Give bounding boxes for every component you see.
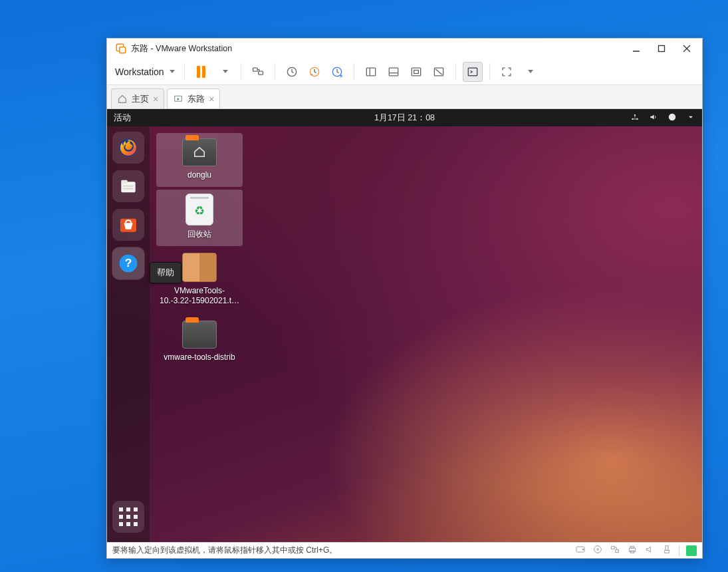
clock-label[interactable]: 1月17日 21：08	[374, 112, 435, 124]
tab-home-label: 主页	[132, 93, 149, 105]
ubuntu-dock: ?	[107, 126, 150, 542]
sound-icon[interactable]	[649, 112, 658, 124]
status-sound-icon[interactable]	[644, 544, 655, 557]
svg-point-35	[582, 549, 584, 550]
system-menu-chevron-icon[interactable]	[686, 112, 695, 124]
tab-vm[interactable]: 东路 ×	[167, 88, 220, 108]
tab-close-icon[interactable]: ×	[209, 94, 214, 104]
svg-rect-1	[120, 47, 126, 53]
svg-rect-39	[616, 550, 619, 553]
svg-point-23	[634, 114, 636, 115]
status-usb-icon[interactable]	[662, 544, 672, 557]
svg-line-18	[435, 69, 442, 74]
view-stretch-button[interactable]	[406, 62, 426, 82]
guest-display[interactable]: 活动 1月17日 21：08 ?	[107, 109, 702, 542]
desktop-icon-vmtools-archive[interactable]: VMwareTools-10.-3.22-15902021.t…	[156, 249, 243, 313]
window-title: 东路 - VMware Workstation	[131, 43, 625, 55]
home-icon	[117, 94, 128, 104]
desktop-icon-label: 回收站	[159, 229, 240, 239]
svg-point-37	[597, 549, 599, 551]
dock-software[interactable]	[112, 209, 144, 241]
desktop-icon-label: donglu	[159, 170, 240, 180]
snapshot-take-button[interactable]	[282, 62, 302, 82]
status-disk-icon[interactable]	[575, 544, 586, 557]
svg-rect-16	[414, 70, 418, 73]
fullscreen-dropdown[interactable]	[519, 62, 539, 82]
activities-button[interactable]: 活动	[114, 112, 131, 124]
workstation-menu[interactable]: Workstation	[112, 64, 178, 80]
svg-point-22	[636, 118, 638, 119]
svg-point-21	[632, 118, 633, 119]
send-ctrl-alt-del-button[interactable]	[248, 62, 268, 82]
status-message-icon[interactable]	[686, 545, 697, 556]
dock-show-apps[interactable]	[112, 501, 144, 533]
tab-home[interactable]: 主页 ×	[111, 88, 164, 108]
svg-rect-38	[612, 546, 615, 549]
desktop-icon-label: vmware-tools-distrib	[159, 353, 240, 362]
chevron-down-icon	[170, 70, 175, 73]
vm-running-icon	[173, 94, 183, 104]
tab-close-icon[interactable]: ×	[153, 94, 158, 104]
svg-rect-6	[253, 68, 257, 71]
svg-rect-13	[389, 68, 398, 76]
view-console-button[interactable]	[463, 62, 483, 82]
toolbar: Workstation	[107, 59, 702, 85]
status-cd-icon[interactable]	[592, 544, 603, 557]
desktop-icon-vmtools-folder[interactable]: vmware-tools-distrib	[156, 315, 243, 369]
dock-help[interactable]: ?	[112, 247, 144, 279]
titlebar: 东路 - VMware Workstation	[107, 39, 702, 59]
vmware-app-icon	[115, 43, 127, 55]
desktop-icon-label: VMwareTools-10.-3.22-15902021.t…	[159, 286, 240, 306]
desktop-icon-home[interactable]: donglu	[156, 133, 243, 187]
svg-rect-15	[412, 68, 420, 76]
view-split-bottom-button[interactable]	[384, 62, 404, 82]
svg-rect-30	[123, 188, 134, 190]
fullscreen-button[interactable]	[497, 62, 517, 82]
pause-dropdown[interactable]	[214, 62, 234, 82]
status-bar: 要将输入定向到该虚拟机，请将鼠标指针移入其中或按 Ctrl+G。	[107, 542, 702, 558]
desktop-icon-trash[interactable]: ♻ 回收站	[156, 190, 243, 246]
workstation-menu-label: Workstation	[115, 67, 164, 77]
svg-rect-28	[121, 180, 127, 184]
svg-rect-40	[629, 548, 635, 551]
power-icon[interactable]	[667, 112, 677, 124]
svg-rect-44	[665, 550, 669, 553]
status-printer-icon[interactable]	[627, 544, 638, 557]
view-unity-button[interactable]	[429, 62, 449, 82]
svg-point-36	[594, 546, 602, 553]
vmware-window: 东路 - VMware Workstation Workstation	[106, 38, 703, 559]
svg-rect-3	[659, 46, 665, 52]
status-hint: 要将输入定向到该虚拟机，请将鼠标指针移入其中或按 Ctrl+G。	[112, 545, 337, 556]
desktop-icons: donglu ♻ 回收站 VMwareTools-10.-3.22-159020…	[156, 133, 256, 372]
view-split-left-button[interactable]	[361, 62, 381, 82]
gnome-top-bar: 活动 1月17日 21：08	[107, 109, 702, 126]
tab-vm-label: 东路	[187, 93, 205, 105]
svg-rect-7	[259, 71, 263, 74]
close-button[interactable]	[675, 41, 698, 57]
svg-rect-41	[630, 546, 634, 548]
svg-rect-11	[366, 68, 375, 76]
network-icon[interactable]	[630, 112, 640, 124]
svg-rect-43	[666, 546, 668, 551]
svg-text:?: ?	[125, 256, 132, 269]
dock-firefox[interactable]	[112, 132, 144, 164]
snapshot-revert-button[interactable]	[304, 62, 324, 82]
snapshot-manager-button[interactable]	[327, 62, 347, 82]
tabbar: 主页 × 东路 ×	[107, 85, 702, 109]
status-network-icon[interactable]	[610, 544, 620, 557]
pause-vm-button[interactable]	[191, 62, 211, 82]
minimize-button[interactable]	[625, 41, 648, 57]
dock-files[interactable]	[112, 170, 144, 202]
maximize-button[interactable]	[650, 41, 673, 57]
svg-rect-29	[123, 186, 134, 187]
